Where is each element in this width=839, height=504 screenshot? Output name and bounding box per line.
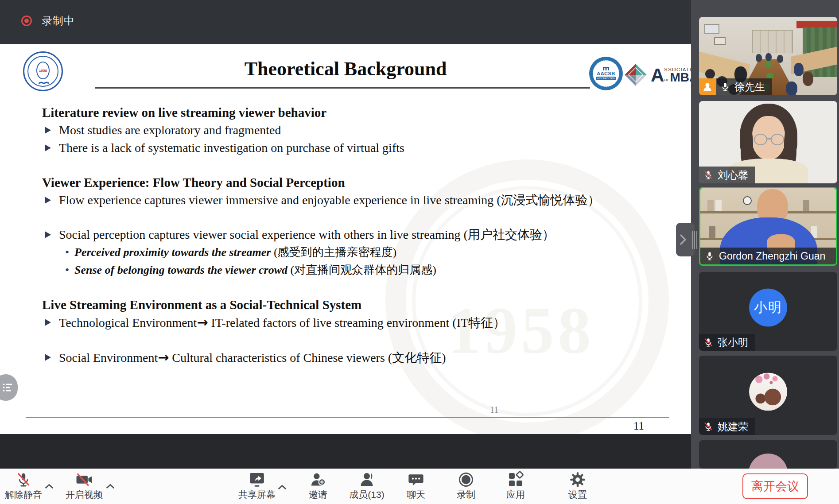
room-frame bbox=[714, 37, 726, 45]
invite-person-icon bbox=[310, 471, 326, 488]
participant-name: 姚建荣 bbox=[718, 420, 748, 434]
chat-bubble-icon bbox=[408, 471, 424, 488]
bottom-toolbar: 解除静音 开启视频 共享屏幕 bbox=[0, 469, 839, 504]
chevron-up-icon bbox=[105, 483, 115, 489]
avatar-badge bbox=[699, 78, 716, 95]
aacsb-accredited-label: ACCREDITED bbox=[596, 77, 616, 80]
participant-tile-room[interactable]: 徐先生 bbox=[699, 17, 837, 95]
participant-label: 徐先生 bbox=[716, 78, 772, 95]
book-icon bbox=[38, 80, 50, 85]
recording-dot-icon bbox=[21, 16, 32, 26]
participant-tile[interactable]: 小明 张小明 bbox=[699, 272, 837, 351]
top-bar: 录制中 bbox=[0, 0, 691, 44]
room-window bbox=[704, 24, 719, 34]
amba-of-label: OF bbox=[664, 78, 669, 82]
slide-inner-page-number: 11 bbox=[490, 405, 498, 415]
video-options-chevron[interactable] bbox=[105, 483, 115, 491]
participant-label: 刘心馨 bbox=[699, 167, 755, 183]
share-screen-button[interactable]: 共享屏幕 bbox=[230, 471, 284, 501]
leave-meeting-button[interactable]: 离开会议 bbox=[742, 473, 808, 499]
unmute-options-chevron[interactable] bbox=[44, 483, 54, 491]
mic-muted-icon bbox=[703, 422, 713, 431]
amba-mba-label: MBA bbox=[670, 72, 691, 83]
members-button[interactable]: 成员(13) bbox=[340, 471, 393, 501]
participant-name: Gordon Zhengzhi Guan bbox=[719, 250, 825, 262]
gear-icon bbox=[569, 471, 586, 488]
room-cabinet bbox=[752, 30, 793, 53]
share-screen-icon bbox=[248, 471, 266, 488]
bullet-item: Most studies are exploratory and fragmen… bbox=[42, 121, 647, 139]
participant-label: 姚建荣 bbox=[699, 418, 755, 435]
arrowhead-bullet-icon bbox=[45, 319, 51, 326]
mic-on-icon bbox=[705, 251, 715, 261]
aacsb-label: AACSB bbox=[597, 71, 615, 76]
letterbox-strip bbox=[0, 434, 691, 469]
avatar bbox=[749, 454, 788, 469]
settings-button[interactable]: 设置 bbox=[551, 471, 604, 501]
mic-on-icon bbox=[720, 82, 730, 92]
amba-a-label: A bbox=[651, 68, 664, 83]
chevron-up-icon bbox=[277, 484, 287, 490]
unmute-button[interactable]: 解除静音 bbox=[0, 471, 50, 501]
amba-logo: A SSOCIATION OF MBA S bbox=[624, 63, 691, 87]
participant-name: 徐先生 bbox=[734, 80, 765, 94]
arrowhead-bullet-icon bbox=[45, 354, 51, 361]
participant-label: Gordon Zhengzhi Guan bbox=[700, 248, 836, 264]
aacsb-pillar-icon bbox=[603, 67, 609, 70]
sub-bullet-item: Perceived proximity towards the streamer… bbox=[42, 244, 647, 261]
meeting-window: 录制中 1958 1958 Theoretical Background AAC… bbox=[0, 0, 839, 504]
recording-indicator: 录制中 bbox=[21, 14, 75, 28]
bullet-item: Flow experience captures viewer immersiv… bbox=[42, 191, 647, 209]
glasses-icon bbox=[754, 134, 767, 145]
start-video-button[interactable]: 开启视频 bbox=[58, 471, 111, 501]
mic-muted-icon bbox=[703, 170, 713, 180]
right-arrow-icon: → bbox=[158, 349, 169, 365]
arrowhead-bullet-icon bbox=[45, 127, 51, 134]
camera-muted-icon bbox=[75, 471, 93, 488]
participant-label: 张小明 bbox=[699, 334, 755, 351]
mic-muted-icon bbox=[703, 337, 713, 347]
recording-label: 录制中 bbox=[42, 14, 75, 28]
panel-resize-handle[interactable] bbox=[692, 231, 697, 249]
right-arrow-icon: → bbox=[197, 314, 208, 330]
participant-name: 刘心馨 bbox=[718, 168, 748, 182]
sub-bullet-item: Sense of belonging towards the viewer cr… bbox=[42, 261, 647, 279]
person-icon bbox=[702, 81, 713, 92]
section-heading: Viewer Experience: Flow Theory and Socia… bbox=[42, 174, 647, 191]
section-heading: Literature review on live streaming view… bbox=[42, 104, 647, 121]
share-options-chevron[interactable] bbox=[277, 484, 287, 492]
mic-muted-icon bbox=[16, 471, 31, 488]
section-heading: Live Streaming Environment as a Social-T… bbox=[42, 296, 647, 314]
record-circle-icon bbox=[458, 471, 474, 488]
chevron-up-icon bbox=[44, 483, 54, 489]
record-button[interactable]: 录制 bbox=[439, 471, 493, 501]
apps-button[interactable]: 应用 bbox=[489, 471, 542, 501]
participant-tile[interactable]: 姚建荣 bbox=[699, 356, 837, 435]
title-underline bbox=[95, 87, 590, 89]
participant-tile-partial[interactable] bbox=[699, 440, 837, 469]
participant-tile-speaking[interactable]: Gordon Zhengzhi Guan bbox=[699, 187, 837, 266]
shared-screen-slide: 1958 1958 Theoretical Background AACSB A… bbox=[0, 44, 691, 434]
invite-button[interactable]: 邀请 bbox=[291, 471, 345, 501]
bullet-item: Social perception captures viewer social… bbox=[42, 226, 647, 244]
arrowhead-bullet-icon bbox=[45, 231, 51, 238]
arrowhead-bullet-icon bbox=[45, 144, 51, 151]
list-icon bbox=[2, 381, 14, 394]
participant-name: 张小明 bbox=[718, 336, 748, 349]
chevron-right-icon bbox=[679, 234, 687, 245]
participants-panel: 徐先生 bbox=[691, 0, 839, 469]
aacsb-badge: AACSB ACCREDITED bbox=[589, 57, 623, 90]
members-icon bbox=[358, 471, 375, 488]
clock-icon bbox=[743, 196, 752, 205]
chat-button[interactable]: 聊天 bbox=[389, 471, 443, 501]
avatar bbox=[749, 372, 787, 411]
slide-body: Literature review on live streaming view… bbox=[42, 104, 647, 367]
bullet-item: Social Environment→ Cultural characteris… bbox=[42, 349, 647, 367]
bullet-item: There is a lack of systematic investigat… bbox=[42, 139, 647, 157]
bullet-item: Technological Environment→ IT-related fa… bbox=[42, 314, 647, 332]
participant-tile[interactable]: 刘心馨 bbox=[699, 101, 837, 183]
arrowhead-bullet-icon bbox=[45, 197, 51, 204]
slide-page-number: 11 bbox=[633, 420, 644, 432]
slide-footer-rule bbox=[26, 417, 669, 418]
slide-title: Theoretical Background bbox=[0, 58, 691, 80]
